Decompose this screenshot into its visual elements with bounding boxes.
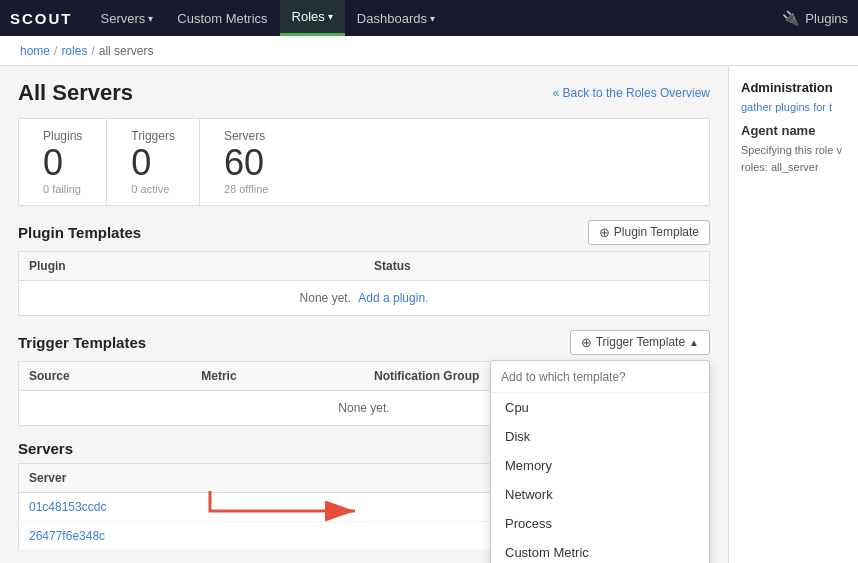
chevron-down-icon: ▾: [430, 13, 435, 24]
main-layout: All Servers « Back to the Roles Overview…: [0, 66, 858, 563]
sidebar-agent-text: Specifying this role v roles: all_server: [741, 142, 846, 175]
trigger-empty-text: None yet.: [338, 401, 389, 415]
stat-plugins-number: 0: [43, 143, 82, 183]
nav-logo: SCOUT: [10, 10, 73, 27]
breadcrumb-current: all servers: [99, 44, 154, 58]
plugin-empty-text: None yet.: [300, 291, 351, 305]
plugin-templates-table: Plugin Status None yet. Add a plugin.: [18, 251, 710, 316]
dropdown-item-memory[interactable]: Memory: [491, 451, 709, 480]
plugin-empty-row: None yet. Add a plugin.: [19, 280, 710, 315]
breadcrumb-sep1: /: [54, 44, 57, 58]
server-link-2[interactable]: 26477f6e348c: [29, 529, 105, 543]
dropdown-item-cpu[interactable]: Cpu: [491, 393, 709, 422]
sidebar: Administration gather plugins for t Agen…: [728, 66, 858, 563]
col-plugin: Plugin: [19, 251, 365, 280]
breadcrumb-sep2: /: [91, 44, 94, 58]
dropdown-search-input[interactable]: [501, 370, 699, 384]
plugin-templates-header: Plugin Templates ⊕ Plugin Template: [18, 220, 710, 245]
page-title: All Servers: [18, 80, 133, 106]
back-link[interactable]: « Back to the Roles Overview: [553, 86, 710, 100]
stat-servers-sub: 28 offline: [224, 183, 268, 195]
stats-row: Plugins 0 0 failing Triggers 0 0 active …: [18, 118, 710, 206]
servers-title: Servers: [18, 440, 73, 457]
dropdown-item-custom-metric[interactable]: Custom Metric: [491, 538, 709, 563]
sidebar-gather-plugins-link[interactable]: gather plugins for t: [741, 101, 846, 113]
col-status: Status: [364, 251, 640, 280]
page-header: All Servers « Back to the Roles Overview: [18, 80, 710, 106]
col-metric: Metric: [191, 361, 364, 390]
stat-triggers-sub: 0 active: [131, 183, 175, 195]
puzzle-icon: 🔌: [782, 10, 799, 26]
plus-circle-icon2: ⊕: [581, 335, 592, 350]
add-plugin-template-button[interactable]: ⊕ Plugin Template: [588, 220, 710, 245]
add-plugin-link[interactable]: Add a plugin.: [358, 291, 428, 305]
plugin-templates-section: Plugin Templates ⊕ Plugin Template Plugi…: [18, 220, 710, 316]
nav-item-servers[interactable]: Servers ▾: [89, 0, 166, 36]
plugins-label[interactable]: Plugins: [805, 11, 848, 26]
stat-servers-label: Servers: [224, 129, 268, 143]
stat-plugins-sub: 0 failing: [43, 183, 82, 195]
breadcrumb-roles[interactable]: roles: [61, 44, 87, 58]
dropdown-item-network[interactable]: Network: [491, 480, 709, 509]
sidebar-admin-title: Administration: [741, 80, 846, 95]
content-area: All Servers « Back to the Roles Overview…: [0, 66, 728, 563]
trigger-templates-title: Trigger Templates: [18, 334, 146, 351]
stat-servers-number: 60: [224, 143, 268, 183]
chevron-up-icon: ▲: [689, 337, 699, 348]
chevron-down-icon: ▾: [328, 11, 333, 22]
nav-item-dashboards[interactable]: Dashboards ▾: [345, 0, 447, 36]
dropdown-search-container: [491, 361, 709, 393]
stat-plugins-label: Plugins: [43, 129, 82, 143]
add-trigger-template-button[interactable]: ⊕ Trigger Template ▲: [570, 330, 710, 355]
breadcrumb: home / roles / all servers: [0, 36, 858, 66]
server-link-1[interactable]: 01c48153ccdc: [29, 500, 106, 514]
breadcrumb-home[interactable]: home: [20, 44, 50, 58]
stat-triggers-number: 0: [131, 143, 175, 183]
trigger-dropdown: Cpu Disk Memory Network Process Custom M…: [490, 360, 710, 563]
nav-item-roles[interactable]: Roles ▾: [280, 0, 345, 36]
plugin-templates-title: Plugin Templates: [18, 224, 141, 241]
col-source: Source: [19, 361, 192, 390]
main-nav: SCOUT Servers ▾ Custom Metrics Roles ▾ D…: [0, 0, 858, 36]
stat-triggers: Triggers 0 0 active: [107, 119, 200, 205]
nav-right: 🔌 Plugins: [782, 10, 848, 26]
plus-circle-icon: ⊕: [599, 225, 610, 240]
chevron-down-icon: ▾: [148, 13, 153, 24]
col-actions: [640, 251, 709, 280]
trigger-templates-section: Trigger Templates ⊕ Trigger Template ▲ S…: [18, 330, 710, 426]
stat-plugins: Plugins 0 0 failing: [19, 119, 107, 205]
sidebar-agent-title: Agent name: [741, 123, 846, 138]
dropdown-item-disk[interactable]: Disk: [491, 422, 709, 451]
stat-triggers-label: Triggers: [131, 129, 175, 143]
stat-servers: Servers 60 28 offline: [200, 119, 292, 205]
dropdown-item-process[interactable]: Process: [491, 509, 709, 538]
trigger-templates-header: Trigger Templates ⊕ Trigger Template ▲: [18, 330, 710, 355]
nav-item-custom-metrics[interactable]: Custom Metrics: [165, 0, 279, 36]
